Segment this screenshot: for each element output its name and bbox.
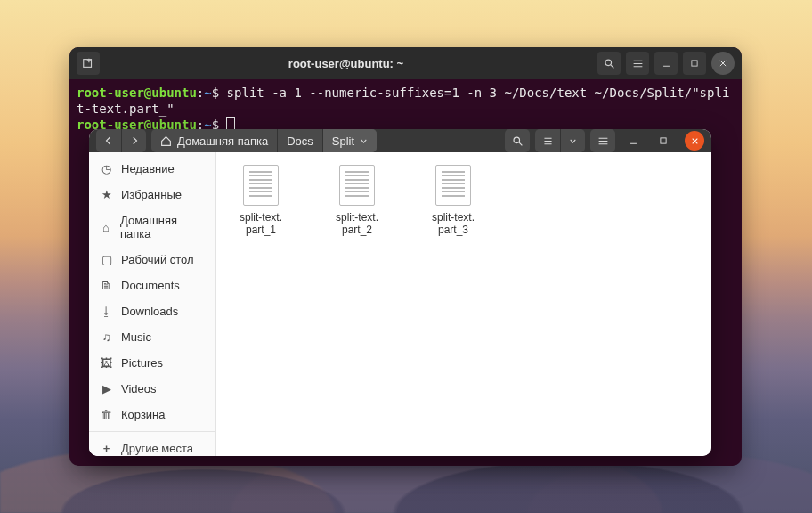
svg-line-13: [519, 142, 522, 145]
sidebar-item-music[interactable]: ♫Music: [89, 324, 215, 350]
sidebar-item-trash[interactable]: 🗑Корзина: [89, 402, 215, 428]
sidebar-item-label: Домашняя папка: [120, 214, 205, 240]
chevron-down-icon: [360, 137, 368, 145]
file-item[interactable]: split-text.part_3: [418, 165, 489, 236]
music-icon: ♫: [100, 330, 113, 344]
text-file-icon: [435, 165, 471, 206]
sidebar-item-label: Другие места: [121, 442, 193, 455]
sidebar-item-recent[interactable]: ◷Недавние: [89, 156, 215, 182]
files-maximize-button[interactable]: [651, 129, 676, 152]
search-icon: [512, 135, 524, 147]
nav-back-button[interactable]: [96, 129, 121, 152]
picture-icon: 🖼: [100, 356, 113, 370]
home-icon: [160, 135, 172, 147]
new-tab-icon: [82, 57, 94, 69]
file-label: split-text.part_2: [321, 211, 393, 236]
files-content[interactable]: split-text.part_1 split-text.part_2 spli…: [216, 152, 711, 456]
hamburger-icon: [597, 135, 609, 147]
files-sidebar: ◷Недавние ★Избранные ⌂Домашняя папка ▢Ра…: [89, 152, 216, 456]
clock-icon: ◷: [100, 162, 113, 175]
files-body: ◷Недавние ★Избранные ⌂Домашняя папка ▢Ра…: [89, 152, 711, 456]
sidebar-item-label: Корзина: [121, 408, 166, 421]
file-item[interactable]: split-text.part_1: [225, 165, 296, 236]
sidebar-item-label: Documents: [121, 279, 180, 292]
svg-line-4: [611, 65, 613, 68]
download-icon: ⭳: [100, 305, 113, 318]
terminal-menu-button[interactable]: [626, 52, 649, 75]
minimize-icon: [629, 136, 638, 146]
breadcrumb-seg-docs[interactable]: Docs: [277, 129, 322, 152]
text-file-icon: [243, 165, 279, 206]
video-icon: ▶: [100, 382, 113, 395]
files-window: Домашняя папка Docs Split: [89, 129, 711, 456]
sidebar-item-documents[interactable]: 🗎Documents: [89, 273, 215, 298]
svg-point-3: [605, 60, 612, 66]
prompt-dollar: $: [212, 86, 219, 100]
document-icon: 🗎: [100, 279, 113, 292]
sidebar-item-downloads[interactable]: ⭳Downloads: [89, 298, 215, 324]
list-icon: [542, 135, 554, 147]
terminal-new-tab-button[interactable]: [77, 52, 100, 75]
sidebar-item-home[interactable]: ⌂Домашняя папка: [89, 208, 215, 247]
terminal-close-button[interactable]: [711, 52, 735, 75]
sidebar-item-label: Music: [121, 330, 151, 344]
nav-back-forward: [96, 129, 146, 152]
search-icon: [604, 58, 615, 69]
svg-rect-9: [692, 61, 697, 66]
sidebar-item-favorites[interactable]: ★Избранные: [89, 182, 215, 208]
terminal-title: root-user@ubuntu: ~: [100, 57, 592, 70]
text-file-icon: [339, 165, 375, 206]
svg-rect-21: [661, 138, 666, 143]
maximize-icon: [690, 59, 699, 68]
files-close-button[interactable]: [685, 131, 704, 151]
sidebar-item-label: Videos: [121, 382, 157, 395]
prompt-user: root-user@ubuntu: [77, 86, 197, 100]
file-label: split-text.part_1: [225, 211, 296, 236]
files-menu-button[interactable]: [590, 129, 615, 152]
breadcrumb-seg-split[interactable]: Split: [322, 129, 377, 152]
chevron-down-icon: [569, 137, 577, 145]
sidebar-item-label: Избранные: [121, 188, 182, 201]
sidebar-item-label: Недавние: [121, 162, 175, 175]
file-label: split-text.part_3: [418, 211, 489, 236]
plus-icon: +: [100, 442, 113, 455]
hamburger-icon: [632, 58, 644, 69]
terminal-minimize-button[interactable]: [654, 52, 678, 75]
files-minimize-button[interactable]: [621, 129, 646, 152]
prompt-path: ~: [204, 86, 211, 100]
sidebar-item-pictures[interactable]: 🖼Pictures: [89, 350, 215, 376]
sidebar-item-label: Pictures: [121, 356, 163, 370]
close-icon: [691, 137, 699, 145]
file-item[interactable]: split-text.part_2: [321, 165, 393, 236]
view-options-button[interactable]: [560, 129, 585, 152]
breadcrumb-home[interactable]: Домашняя папка: [151, 129, 277, 152]
svg-point-12: [514, 137, 520, 143]
home-icon: ⌂: [100, 221, 112, 234]
sidebar-item-label: Downloads: [121, 305, 178, 318]
terminal-maximize-button[interactable]: [683, 52, 706, 75]
breadcrumb-seg-label: Docs: [287, 134, 313, 148]
trash-icon: 🗑: [100, 408, 113, 421]
minimize-icon: [662, 59, 671, 69]
close-icon: [719, 59, 727, 68]
terminal-titlebar: root-user@ubuntu: ~: [69, 47, 742, 79]
sidebar-item-other-places[interactable]: +Другие места: [89, 436, 215, 456]
breadcrumb: Домашняя папка Docs Split: [151, 129, 377, 152]
chevron-right-icon: [130, 136, 139, 145]
sidebar-separator: [89, 431, 215, 432]
sidebar-item-videos[interactable]: ▶Videos: [89, 376, 215, 402]
desktop-icon: ▢: [100, 253, 113, 266]
nav-forward-button[interactable]: [121, 129, 146, 152]
breadcrumb-home-label: Домашняя папка: [177, 134, 268, 148]
files-search-button[interactable]: [505, 129, 530, 152]
breadcrumb-seg-label: Split: [332, 134, 354, 148]
sidebar-item-label: Рабочий стол: [121, 253, 194, 266]
files-headerbar: Домашняя папка Docs Split: [89, 129, 711, 152]
sidebar-item-desktop[interactable]: ▢Рабочий стол: [89, 247, 215, 273]
star-icon: ★: [100, 188, 113, 201]
view-mode-group: [535, 129, 585, 152]
terminal-search-button[interactable]: [597, 52, 621, 75]
chevron-left-icon: [104, 136, 113, 145]
maximize-icon: [659, 136, 668, 145]
list-view-button[interactable]: [535, 129, 560, 152]
